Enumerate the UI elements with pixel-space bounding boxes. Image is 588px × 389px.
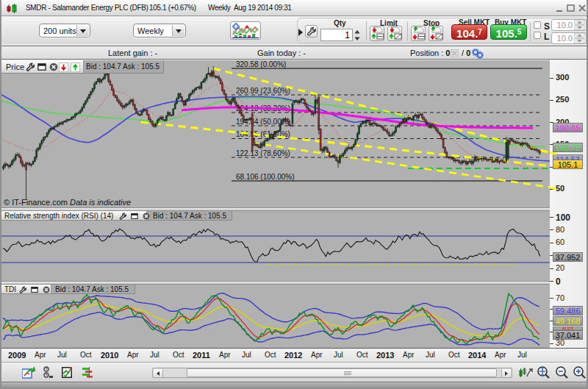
svg-text:320.58 (0.00%): 320.58 (0.00%) [236, 60, 286, 68]
svg-text:© IT-Finance.com Data is indic: © IT-Finance.com Data is indicative [4, 198, 131, 207]
svg-text:122.13 (78.60%): 122.13 (78.60%) [236, 149, 290, 157]
svg-text:68.106 (100.00%): 68.106 (100.00%) [236, 173, 295, 181]
svg-text:260.99 (23.60%): 260.99 (23.60%) [236, 87, 290, 95]
